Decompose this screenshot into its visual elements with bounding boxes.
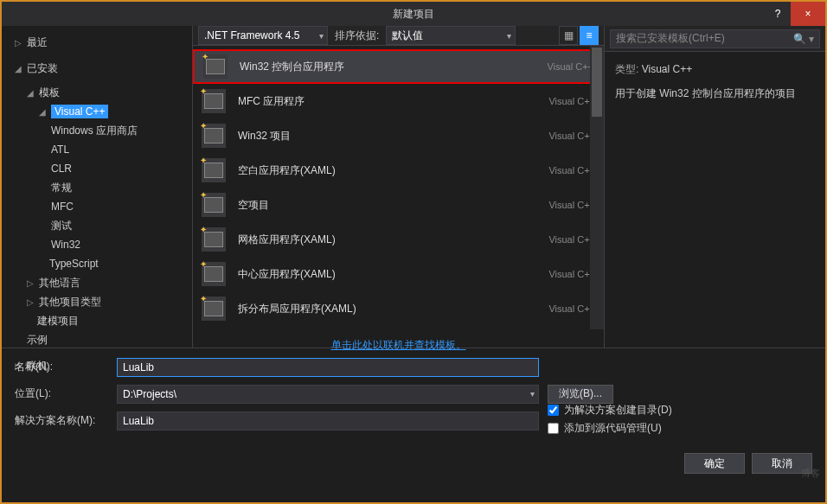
template-list: ✦ Win32 控制台应用程序 Visual C++ ✦ MFC 应用程序 Vi… [193, 46, 604, 329]
template-icon: ✦ [202, 158, 226, 182]
solution-input[interactable] [117, 411, 539, 431]
template-icon: ✦ [202, 89, 226, 113]
tree-other-lang[interactable]: ▷其他语言 [15, 273, 192, 292]
tree-item[interactable]: 测试 [15, 216, 192, 235]
template-icon: ✦ [202, 193, 226, 217]
source-control-checkbox[interactable]: 添加到源代码管理(U) [548, 421, 672, 436]
center-toolbar: .NET Framework 4.5 排序依据: 默认值 ▦ ≡ [193, 26, 604, 46]
tree-item[interactable]: 常规 [15, 178, 192, 197]
template-item[interactable]: ✦ 空项目 Visual C++ [193, 188, 604, 222]
sort-label: 排序依据: [335, 29, 379, 43]
name-input[interactable] [117, 358, 539, 377]
location-input[interactable]: D:\Projects\ [117, 385, 539, 404]
online-search-link[interactable]: 单击此处以联机并查找模板。 [193, 329, 604, 361]
name-label: 名称(N): [15, 360, 117, 374]
tree-typescript[interactable]: TypeScript [15, 254, 192, 273]
solution-label: 解决方案名称(M): [15, 413, 117, 428]
template-item[interactable]: ✦ 中心应用程序(XAML) Visual C++ [193, 257, 604, 291]
tree-item[interactable]: CLR [15, 159, 192, 178]
template-item[interactable]: ✦ 拆分布局应用程序(XAML) Visual C++ [193, 291, 604, 326]
tree-item[interactable]: MFC [15, 197, 192, 216]
template-icon: ✦ [203, 54, 228, 79]
create-dir-checkbox[interactable]: 为解决方案创建目录(D) [548, 403, 672, 418]
tree-item[interactable]: ATL [15, 140, 192, 159]
template-description: 类型: Visual C++ 用于创建 Win32 控制台应用程序的项目 [605, 52, 825, 112]
template-icon: ✦ [202, 297, 226, 321]
tree-templates[interactable]: ◢模板 [15, 83, 192, 102]
help-button[interactable]: ? [765, 2, 791, 26]
view-large-icon[interactable]: ▦ [559, 26, 578, 45]
template-icon: ✦ [202, 227, 226, 252]
category-tree: ▷最近 ◢已安装 ◢模板 ◢Visual C++ Windows 应用商店 AT… [2, 26, 192, 348]
template-icon: ✦ [202, 262, 226, 286]
watermark: 博客 [801, 467, 820, 480]
tree-installed[interactable]: ◢已安装 [15, 59, 192, 78]
tree-other-proj[interactable]: ▷其他项目类型 [15, 292, 192, 311]
template-icon: ✦ [202, 124, 226, 148]
framework-combo[interactable]: .NET Framework 4.5 [198, 26, 328, 45]
search-icon: 🔍 ▾ [793, 33, 814, 45]
titlebar: 新建项目 ? × [2, 2, 825, 26]
view-list-icon[interactable]: ≡ [580, 26, 599, 45]
sort-combo[interactable]: 默认值 [386, 26, 516, 45]
form-panel: 名称(N): 位置(L): D:\Projects\ 浏览(B)... 解决方案… [2, 348, 825, 446]
tree-samples[interactable]: 示例 [15, 330, 192, 349]
tree-vcpp[interactable]: ◢Visual C++ [15, 102, 192, 121]
template-item[interactable]: ✦ Win32 项目 Visual C++ [193, 118, 604, 153]
tree-item[interactable]: Win32 [15, 235, 192, 254]
browse-button[interactable]: 浏览(B)... [548, 385, 613, 404]
close-button[interactable]: × [791, 2, 825, 26]
template-item[interactable]: ✦ 网格应用程序(XAML) Visual C++ [193, 222, 604, 257]
dialog-buttons: 确定 取消 [2, 446, 825, 482]
template-item[interactable]: ✦ 空白应用程序(XAML) Visual C++ [193, 153, 604, 188]
tree-recent[interactable]: ▷最近 [15, 33, 192, 52]
template-item[interactable]: ✦ MFC 应用程序 Visual C++ [193, 84, 604, 118]
search-input[interactable]: 搜索已安装模板(Ctrl+E) 🔍 ▾ [610, 29, 820, 48]
scrollbar[interactable] [590, 46, 604, 329]
location-label: 位置(L): [15, 386, 117, 401]
dialog-title: 新建项目 [393, 7, 434, 22]
tree-model-proj[interactable]: 建模项目 [15, 311, 192, 330]
ok-button[interactable]: 确定 [684, 453, 745, 474]
template-item[interactable]: ✦ Win32 控制台应用程序 Visual C++ [193, 49, 604, 84]
tree-item[interactable]: Windows 应用商店 [15, 121, 192, 140]
